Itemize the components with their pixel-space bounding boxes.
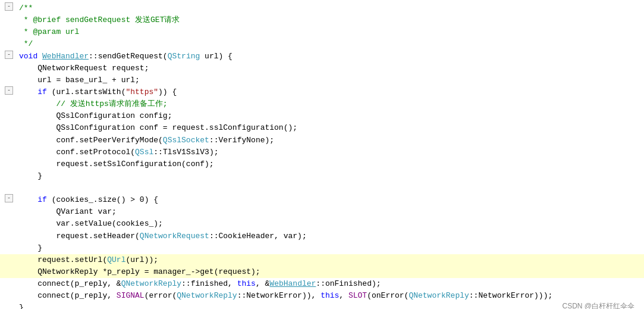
token: , xyxy=(228,279,237,288)
token: NetworkError xyxy=(478,291,534,300)
code-line xyxy=(0,182,644,194)
token: if xyxy=(37,195,47,204)
collapse-button[interactable]: - xyxy=(5,2,13,11)
token: :: xyxy=(316,279,325,288)
token: } xyxy=(19,171,42,180)
token: TlsV1SslV3 xyxy=(163,148,209,157)
token: url = base_url_ + url; xyxy=(19,76,140,85)
token: QSslConfiguration config; xyxy=(19,111,172,120)
token: /** xyxy=(19,4,33,13)
code-tokens: conf.setPeerVerifyMode(QSslSocket::Verif… xyxy=(19,135,274,146)
token: this xyxy=(237,279,256,288)
code-editor: -/** * @brief sendGetRequest 发送GET请求 * @… xyxy=(0,0,644,309)
code-line: conf.setPeerVerifyMode(QSslSocket::Verif… xyxy=(0,135,644,146)
token: 发送GET请求 xyxy=(135,15,180,24)
token: ); xyxy=(209,148,219,157)
code-tokens: conf.setProtocol(QSsl::TlsV1SslV3); xyxy=(19,146,219,158)
token xyxy=(19,99,56,108)
token: CookieHeader xyxy=(218,232,274,241)
token: (cookies_.size() > 0) { xyxy=(47,195,158,204)
token: * @brief sendGetRequest xyxy=(19,15,135,24)
code-tokens: if (cookies_.size() > 0) { xyxy=(19,194,158,206)
code-tokens: connect(p_reply, &QNetworkReply::finishe… xyxy=(19,278,381,290)
token: ); xyxy=(372,279,381,288)
token: ))); xyxy=(534,291,552,300)
token: void xyxy=(19,52,37,61)
code-tokens: request.setHeader(QNetworkRequest::Cooki… xyxy=(19,230,307,242)
code-line: url = base_url_ + url; xyxy=(0,74,644,86)
token: :: xyxy=(469,291,479,300)
token: sendGetRequest( xyxy=(98,52,168,61)
code-line: * @param url xyxy=(0,26,644,38)
token: , xyxy=(339,291,348,300)
token: :: xyxy=(209,232,219,241)
code-tokens: request.setSslConfiguration(conf); xyxy=(19,158,214,170)
token: onFinished xyxy=(325,279,372,288)
code-line: request.setUrl(QUrl(url)); xyxy=(0,254,644,266)
code-line: request.setSslConfiguration(conf); xyxy=(0,158,644,170)
code-tokens: QVariant var; xyxy=(19,206,117,218)
token: QUrl xyxy=(107,255,125,264)
token: var.setValue(cookies_); xyxy=(19,219,163,228)
code-tokens: QNetworkReply *p_reply = manager_->get(r… xyxy=(19,266,260,278)
code-tokens: } xyxy=(19,242,42,254)
code-tokens: if (url.startsWith("https")) { xyxy=(19,86,177,98)
line-gutter: - xyxy=(5,51,17,59)
collapse-button[interactable]: - xyxy=(5,194,13,202)
code-tokens: url = base_url_ + url; xyxy=(19,74,140,86)
token: , & xyxy=(256,279,269,288)
token: :: xyxy=(237,291,247,300)
collapse-button[interactable]: - xyxy=(5,86,13,95)
token: request.setSslConfiguration(conf); xyxy=(19,160,214,168)
token: conf.setProtocol( xyxy=(19,148,135,157)
token xyxy=(19,195,37,204)
code-line: var.setValue(cookies_); xyxy=(0,218,644,230)
token: this xyxy=(321,291,339,300)
code-line: conf.setProtocol(QSsl::TlsV1SslV3); xyxy=(0,146,644,158)
token: connect(p_reply, xyxy=(19,291,117,300)
token: } xyxy=(19,303,24,309)
code-tokens: request.setUrl(QUrl(url)); xyxy=(19,254,158,266)
token: request.setUrl( xyxy=(19,255,107,264)
code-line: QVariant var; xyxy=(0,206,644,218)
code-tokens: QNetworkRequest request; xyxy=(19,63,149,74)
code-line: QNetworkRequest request; xyxy=(0,63,644,74)
code-line: QSslConfiguration config; xyxy=(0,110,644,122)
line-gutter: - xyxy=(5,86,17,95)
token xyxy=(19,88,37,96)
code-tokens: void WebHandler::sendGetRequest(QString … xyxy=(19,51,233,63)
token: "https" xyxy=(125,88,158,96)
token: WebHandler xyxy=(269,279,316,288)
token: url) { xyxy=(200,52,233,61)
token: QNetworkReply *p_reply = manager_->get(r… xyxy=(19,267,260,276)
code-line: } xyxy=(0,302,644,309)
token: (url.startsWith( xyxy=(47,88,126,96)
code-line: - if (url.startsWith("https")) { xyxy=(0,86,644,98)
token: SLOT xyxy=(348,291,367,300)
code-line: connect(p_reply, SIGNAL(error(QNetworkRe… xyxy=(0,290,644,302)
code-line: } xyxy=(0,242,644,254)
code-tokens: * @param url xyxy=(19,26,79,38)
token: QSslConfiguration conf = request.sslConf… xyxy=(19,123,297,132)
code-tokens: */ xyxy=(19,38,33,50)
token: (url)); xyxy=(125,255,158,264)
token: connect(p_reply, & xyxy=(19,279,121,288)
collapse-button[interactable]: - xyxy=(5,51,13,59)
token: , var); xyxy=(274,232,307,241)
line-gutter: - xyxy=(5,194,17,202)
code-tokens: * @brief sendGetRequest 发送GET请求 xyxy=(19,14,180,26)
token: conf.setPeerVerifyMode( xyxy=(19,136,163,145)
code-line: // 发送https请求前准备工作; xyxy=(0,98,644,110)
code-tokens: /** xyxy=(19,2,33,14)
code-tokens: connect(p_reply, SIGNAL(error(QNetworkRe… xyxy=(19,290,552,302)
code-line: -/** xyxy=(0,2,644,14)
code-line: * @brief sendGetRequest 发送GET请求 xyxy=(0,14,644,26)
code-line: QNetworkReply *p_reply = manager_->get(r… xyxy=(0,266,644,278)
token: QNetworkReply xyxy=(121,279,181,288)
code-tokens: } xyxy=(19,170,42,182)
token: (onError( xyxy=(367,291,409,300)
code-line: } xyxy=(0,170,644,182)
code-tokens: // 发送https请求前准备工作; xyxy=(19,98,168,110)
token: ); xyxy=(265,136,274,145)
code-line: request.setHeader(QNetworkRequest::Cooki… xyxy=(0,230,644,242)
